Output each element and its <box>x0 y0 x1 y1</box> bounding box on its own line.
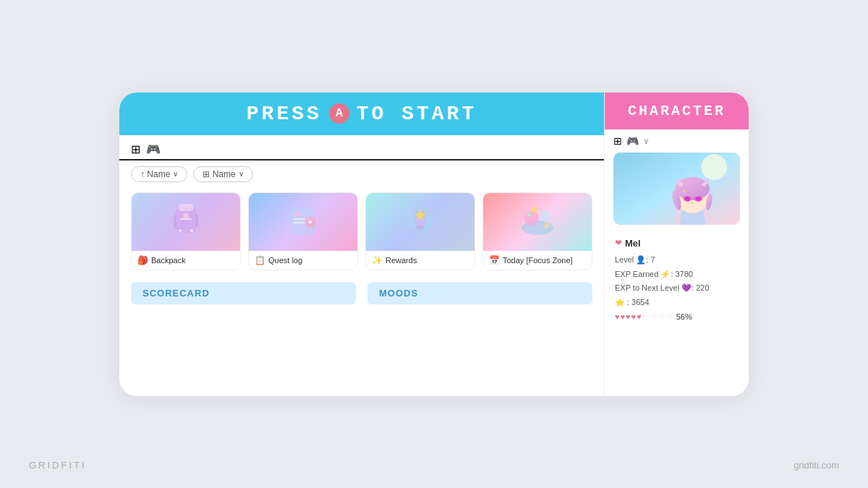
svg-point-21 <box>539 210 550 222</box>
health-hearts: ♥ ♥ ♥ ♥ ♥ ♡ ♡ ♡ ♡ 56% <box>615 310 739 325</box>
card-backpack[interactable]: 🎒 Backpack <box>131 192 241 270</box>
character-banner: CHARACTER <box>605 93 749 129</box>
svg-point-36 <box>684 196 690 200</box>
card-focus-label: 📅 Today [Focus Zone] <box>483 251 592 270</box>
filters-row: ↑ Name ∨ ⊞ Name ∨ <box>119 160 604 188</box>
svg-point-3 <box>183 213 189 219</box>
card-quest-img <box>249 193 357 251</box>
card-quest[interactable]: 📋 Quest log <box>248 192 358 270</box>
stat-level: Level 👤: 7 <box>615 253 739 267</box>
svg-rect-4 <box>174 215 176 228</box>
svg-text:✦: ✦ <box>681 187 686 194</box>
scorecard-label[interactable]: SCORECARD <box>131 282 356 304</box>
card-rewards-img <box>366 193 475 251</box>
bottom-sections: SCORECARD MOODS <box>119 282 604 316</box>
card-focus[interactable]: 📅 Today [Focus Zone] <box>482 192 592 270</box>
button-badge: A <box>329 103 349 124</box>
toolbar: ⊞ 🎮 <box>119 135 604 160</box>
card-rewards[interactable]: ✨ Rewards <box>365 192 475 270</box>
press-suffix: TO START <box>357 103 477 125</box>
card-backpack-label: 🎒 Backpack <box>132 251 240 270</box>
health-pct: 56% <box>676 310 692 325</box>
svg-point-37 <box>695 196 701 200</box>
svg-point-7 <box>190 229 193 232</box>
main-card: PRESS A TO START ⊞ 🎮 ↑ Name ∨ ⊞ Name ∨ <box>119 93 749 396</box>
char-avatar-container: ✦ <box>613 153 740 225</box>
character-title: CHARACTER <box>628 103 726 119</box>
grid-icon[interactable]: ⊞ <box>131 142 140 156</box>
svg-point-6 <box>179 229 182 232</box>
card-focus-img <box>483 193 592 251</box>
right-panel: CHARACTER ⊞ 🎮 ∨ <box>604 93 749 396</box>
svg-rect-1 <box>179 204 193 211</box>
char-gamepad-icon[interactable]: 🎮 <box>626 135 639 147</box>
stat-exp-next: EXP to Next Level 💜: 220 <box>615 281 739 296</box>
char-heart-icon: ❤ <box>615 236 622 251</box>
press-prefix: PRESS <box>247 103 322 125</box>
stat-coins: ⭐ : 3654 <box>615 296 739 310</box>
svg-rect-18 <box>414 228 426 230</box>
left-panel: PRESS A TO START ⊞ 🎮 ↑ Name ∨ ⊞ Name ∨ <box>119 93 604 396</box>
svg-rect-5 <box>195 215 198 228</box>
svg-rect-0 <box>175 207 197 233</box>
avatar-art: ✦ <box>613 153 740 225</box>
char-name-row: ❤ Mel <box>615 235 739 252</box>
svg-rect-38 <box>691 197 694 198</box>
char-toolbar: ⊞ 🎮 ∨ <box>605 129 749 150</box>
char-name: Mel <box>625 235 641 252</box>
watermark-left: GRIDFITI <box>29 460 87 471</box>
svg-point-23 <box>543 223 549 228</box>
svg-point-39 <box>692 202 694 204</box>
svg-point-29 <box>676 177 710 200</box>
char-chevron-icon[interactable]: ∨ <box>643 136 650 146</box>
svg-point-20 <box>524 211 539 226</box>
cards-grid: 🎒 Backpack 📋 <box>119 188 604 282</box>
card-quest-label: 📋 Quest log <box>249 251 357 270</box>
char-stats: ❤ Mel Level 👤: 7 EXP Earned ⚡: 3780 EXP … <box>605 231 749 333</box>
press-banner: PRESS A TO START <box>119 93 604 135</box>
svg-point-26 <box>701 154 727 180</box>
svg-rect-13 <box>309 221 312 223</box>
card-rewards-label: ✨ Rewards <box>366 251 475 270</box>
svg-point-22 <box>527 213 531 217</box>
moods-label[interactable]: MOODS <box>367 282 592 304</box>
svg-rect-9 <box>293 211 302 217</box>
stat-exp-earned: EXP Earned ⚡: 3780 <box>615 267 739 282</box>
card-backpack-img <box>132 193 240 251</box>
watermark-right: gridfiti.com <box>793 460 839 471</box>
gamepad-icon[interactable]: 🎮 <box>146 142 161 156</box>
char-grid-icon[interactable]: ⊞ <box>613 135 622 147</box>
filter-name-asc[interactable]: ↑ Name ∨ <box>131 166 187 182</box>
filter-name-grid[interactable]: ⊞ Name ∨ <box>193 166 252 182</box>
